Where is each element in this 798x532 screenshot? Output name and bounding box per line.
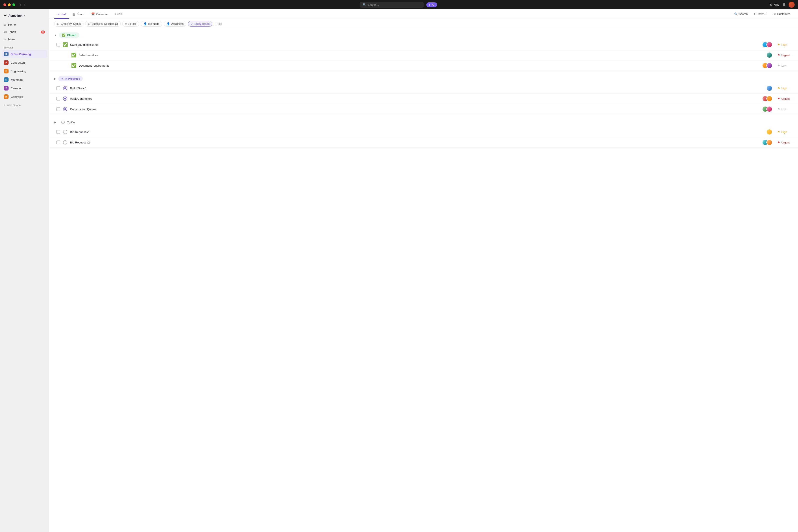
user-avatar[interactable] — [788, 2, 795, 8]
priority-badge: ⚑ High — [778, 43, 795, 46]
table-row[interactable]: ⠿ Build Store 1 ⚑ High — [49, 83, 798, 94]
task-status-todo[interactable] — [63, 130, 68, 134]
close-button[interactable] — [3, 3, 6, 6]
task-checkbox[interactable] — [56, 97, 60, 100]
filter-chip[interactable]: ≡ 1 Filter — [123, 21, 139, 27]
priority-label: High — [781, 87, 787, 90]
avatar — [766, 106, 772, 112]
global-search-bar[interactable]: 🔍 Search... — [360, 2, 424, 8]
task-status-in-progress[interactable] — [63, 96, 68, 101]
avatar — [766, 52, 772, 58]
assignees-chip[interactable]: 👤 Assignees — [164, 21, 186, 27]
sidebar-item-store-planning[interactable]: D Store Planning — [2, 50, 47, 58]
sidebar-item-home[interactable]: ⌂ Home — [2, 21, 47, 28]
task-status-closed[interactable]: ✅ — [71, 63, 76, 68]
closed-group-chevron-icon: ▼ — [54, 34, 57, 37]
todo-group-badge: To Do — [58, 119, 78, 125]
closed-checkmark-icon: ✅ — [71, 53, 76, 58]
inbox-label: Inbox — [9, 30, 16, 34]
priority-flag-icon: ⚑ — [778, 141, 780, 144]
tab-calendar[interactable]: 📅 Calendar — [88, 10, 111, 19]
nav-arrows: ‹ › — [19, 3, 26, 7]
task-list: ▼ ✅ Closed ⠿ ✅ Store planning kick-off — [49, 29, 798, 532]
priority-label: High — [781, 43, 787, 46]
sidebar-item-more[interactable]: ○ More — [2, 36, 47, 43]
inbox-icon: ✉ — [4, 30, 7, 34]
table-row[interactable]: ⠿ ✅ Store planning kick-off ⚑ High — [49, 39, 798, 50]
contractors-label: Contractors — [11, 61, 26, 64]
show-action-button[interactable]: ≡ Show · 5 — [751, 11, 770, 17]
table-row[interactable]: ✅ Select vendors ⚑ Urgent — [49, 50, 798, 60]
spaces-section-title: Spaces — [0, 44, 49, 50]
table-row[interactable]: ⠿ Audit Contractors ⚑ Urgent — [49, 94, 798, 104]
priority-flag-icon: ⚑ — [778, 97, 780, 100]
view-tabs: ≡ List ▦ Board 📅 Calendar + Add 🔍 Search — [49, 10, 798, 19]
board-icon: ▦ — [73, 12, 75, 16]
table-row[interactable]: ✅ Document requirements ⚑ Low — [49, 60, 798, 71]
forward-arrow[interactable]: › — [23, 3, 27, 7]
sidebar-item-engineering[interactable]: E Engineering — [2, 67, 47, 75]
hide-button[interactable]: Hide — [214, 21, 225, 26]
task-checkbox[interactable] — [56, 130, 60, 134]
more-label: More — [8, 38, 15, 41]
maximize-button[interactable] — [12, 3, 15, 6]
task-checkbox[interactable] — [56, 140, 60, 144]
todo-circle-icon — [63, 130, 67, 134]
sidebar-item-finance[interactable]: F Finance — [2, 84, 47, 92]
store-planning-icon: D — [4, 52, 8, 56]
assignees-label: Assignees — [171, 22, 184, 25]
add-space-button[interactable]: + Add Space — [0, 102, 49, 109]
group-by-chip[interactable]: ⊞ Group by: Status — [54, 21, 83, 27]
customize-action-button[interactable]: ⚙ Customize — [771, 11, 793, 17]
todo-status-icon — [61, 121, 65, 124]
group-header-closed[interactable]: ▼ ✅ Closed — [49, 29, 798, 39]
table-row[interactable]: ⠿ Bid Request #1 ⚑ High — [49, 127, 798, 137]
workspace-header[interactable]: ✳ Acme Inc. ▾ — [0, 11, 49, 20]
task-status-todo[interactable] — [63, 140, 68, 145]
new-button[interactable]: ⊕ New — [770, 3, 779, 6]
store-planning-label: Store Planning — [11, 53, 31, 56]
priority-label: Urgent — [781, 97, 790, 100]
table-row[interactable]: ⠿ Construction Quotes ⚑ Low — [49, 104, 798, 114]
task-assignees — [762, 106, 772, 112]
in-progress-group-chevron-icon: ▶ — [54, 77, 56, 80]
sidebar-item-contractors[interactable]: P Contractors — [2, 58, 47, 66]
marketing-label: Marketing — [11, 78, 23, 81]
task-checkbox[interactable] — [56, 43, 60, 46]
tab-list[interactable]: ≡ List — [54, 10, 69, 19]
task-status-in-progress[interactable] — [63, 107, 68, 111]
priority-flag-icon: ⚑ — [778, 43, 780, 46]
priority-flag-icon: ⚑ — [778, 87, 780, 90]
minimize-button[interactable] — [8, 3, 11, 6]
task-status-in-progress[interactable] — [63, 86, 68, 91]
sidebar-item-contracts[interactable]: H Contracts — [2, 93, 47, 101]
task-status-closed[interactable]: ✅ — [71, 53, 76, 57]
task-checkbox[interactable] — [56, 107, 60, 111]
group-header-todo[interactable]: ▶ To Do — [49, 116, 798, 127]
task-name: Document requirements — [79, 64, 762, 67]
task-status-closed[interactable]: ✅ — [63, 42, 68, 47]
title-bar-right: ⊕ New ⠿ — [770, 2, 795, 8]
avatar — [766, 96, 772, 102]
sidebar-item-inbox[interactable]: ✉ Inbox 9 — [2, 28, 47, 36]
tab-board[interactable]: ▦ Board — [69, 10, 88, 19]
subtasks-chip[interactable]: ⊟ Subtasks: Collapse all — [85, 21, 121, 27]
sidebar-item-marketing[interactable]: D Marketing — [2, 76, 47, 84]
back-arrow[interactable]: ‹ — [19, 3, 22, 7]
group-header-in-progress[interactable]: ▶ ● In Progress — [49, 73, 798, 83]
table-row[interactable]: ⠿ Bid Request #2 ⚑ Urgent — [49, 137, 798, 148]
show-action-label: Show · 5 — [757, 12, 767, 16]
priority-label: Urgent — [781, 54, 790, 57]
ai-badge[interactable]: ● AI — [426, 2, 437, 7]
task-checkbox[interactable] — [56, 86, 60, 90]
me-mode-chip[interactable]: 👤 Me mode — [141, 21, 162, 27]
add-view-button[interactable]: + Add — [112, 11, 125, 17]
grid-icon[interactable]: ⠿ — [783, 3, 785, 7]
group-by-label: Group by: Status — [61, 22, 81, 25]
in-progress-group-label: In Progress — [65, 77, 80, 80]
search-action-button[interactable]: 🔍 Search — [731, 11, 750, 17]
closed-status-icon: ✅ — [62, 34, 66, 37]
show-closed-chip[interactable]: ✓ Show closed — [188, 21, 212, 27]
add-space-label: Add Space — [7, 103, 21, 107]
priority-badge: ⚑ Low — [778, 108, 795, 111]
